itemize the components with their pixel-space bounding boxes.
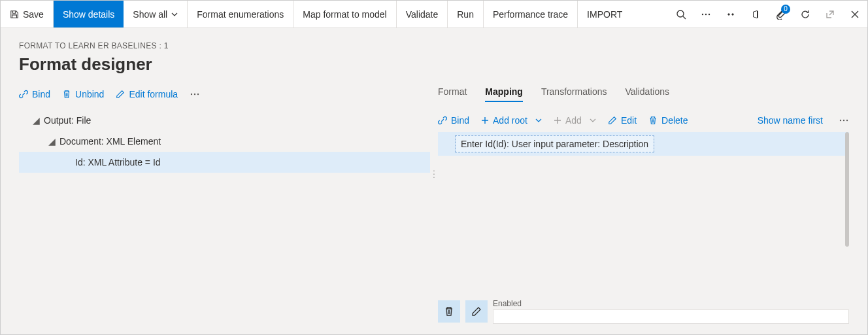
chevron-down-icon xyxy=(535,117,542,124)
edit-formula-button[interactable]: Edit formula xyxy=(116,89,178,99)
unbind-label: Unbind xyxy=(75,89,104,99)
breadcrumb: FORMAT TO LEARN ER BASELINES : 1 xyxy=(19,41,849,50)
svg-point-1 xyxy=(702,13,703,14)
import-button[interactable]: IMPORT xyxy=(578,1,631,27)
right-tabs: Format Mapping Transformations Validatio… xyxy=(438,86,849,106)
add-button: Add xyxy=(554,115,596,126)
office-icon xyxy=(750,9,761,20)
add-root-label: Add root xyxy=(493,115,527,126)
tab-transformations[interactable]: Transformations xyxy=(541,86,607,102)
edit-label: Edit xyxy=(621,115,637,126)
chevron-down-icon xyxy=(171,11,178,18)
plus-icon xyxy=(554,116,561,124)
right-more-button[interactable] xyxy=(839,115,849,126)
svg-point-0 xyxy=(677,10,684,17)
bind-button[interactable]: Bind xyxy=(19,89,50,99)
performance-trace-button[interactable]: Performance trace xyxy=(484,1,578,27)
edit-formula-label: Edit formula xyxy=(129,89,178,99)
left-more-button[interactable] xyxy=(190,89,200,99)
chevron-down-icon xyxy=(590,117,596,124)
caret-icon: ◢ xyxy=(32,115,40,126)
svg-point-8 xyxy=(843,120,844,121)
bottom-panel: Enabled xyxy=(438,299,849,324)
map-format-label: Map format to model xyxy=(303,9,386,20)
enabled-input[interactable] xyxy=(493,309,849,324)
show-all-button[interactable]: Show all xyxy=(124,1,188,27)
edit-button[interactable]: Edit xyxy=(608,115,637,126)
mapping-bind-label: Bind xyxy=(451,115,469,126)
validate-button[interactable]: Validate xyxy=(397,1,448,27)
delete-button[interactable]: Delete xyxy=(648,115,688,126)
map-format-button[interactable]: Map format to model xyxy=(293,1,396,27)
tree-label: Id: XML Attribute = Id xyxy=(75,157,161,168)
svg-point-4 xyxy=(191,94,192,95)
run-button[interactable]: Run xyxy=(448,1,484,27)
refresh-icon xyxy=(800,9,810,20)
mapping-row-label: Enter Id(Id): User input parameter: Desc… xyxy=(455,135,654,152)
scrollbar[interactable] xyxy=(845,132,849,247)
right-column: ··· Format Mapping Transformations Valid… xyxy=(438,86,849,334)
save-icon xyxy=(10,10,19,19)
svg-point-5 xyxy=(194,94,195,95)
mapping-bind-button[interactable]: Bind xyxy=(438,115,469,126)
validate-label: Validate xyxy=(406,9,439,20)
app-root: Save Show details Show all Format enumer… xyxy=(0,0,868,335)
save-button[interactable]: Save xyxy=(1,1,54,27)
tab-validations[interactable]: Validations xyxy=(626,86,669,102)
main-area: FORMAT TO LEARN ER BASELINES : 1 Format … xyxy=(1,28,867,334)
svg-point-3 xyxy=(709,13,710,14)
more-icon xyxy=(839,115,849,126)
tab-mapping[interactable]: Mapping xyxy=(485,86,523,102)
tab-format[interactable]: Format xyxy=(438,86,467,102)
tree-row-document[interactable]: ◢ Document: XML Element xyxy=(19,131,430,152)
refresh-button[interactable] xyxy=(793,1,818,28)
run-label: Run xyxy=(457,9,474,20)
bottom-edit-button[interactable] xyxy=(465,300,488,323)
format-enumerations-button[interactable]: Format enumerations xyxy=(188,1,293,27)
bind-label: Bind xyxy=(32,89,50,99)
attachments-badge: 0 xyxy=(781,5,790,14)
unbind-button[interactable]: Unbind xyxy=(62,89,104,99)
trash-icon xyxy=(444,306,454,317)
caret-icon: ◢ xyxy=(48,136,56,147)
more-icon xyxy=(190,89,200,99)
connector-button[interactable] xyxy=(718,1,743,28)
left-action-row: Bind Unbind Edit formula xyxy=(19,86,430,106)
format-enumerations-label: Format enumerations xyxy=(197,9,284,20)
show-all-label: Show all xyxy=(133,9,167,20)
plus-icon xyxy=(481,116,489,124)
right-action-row: Bind Add root Add Edit xyxy=(438,106,849,132)
popout-icon xyxy=(825,9,835,20)
link-icon xyxy=(438,116,447,125)
tree-label: Document: XML Element xyxy=(59,136,161,147)
add-root-button[interactable]: Add root xyxy=(481,115,542,126)
popout-button[interactable] xyxy=(818,1,843,28)
office-button[interactable] xyxy=(743,1,768,28)
splitter-handle[interactable]: ··· xyxy=(433,169,435,179)
close-button[interactable] xyxy=(843,1,867,28)
show-name-first-toggle[interactable]: Show name first xyxy=(758,115,823,126)
left-column: Bind Unbind Edit formula xyxy=(19,86,430,334)
mapping-row[interactable]: Enter Id(Id): User input parameter: Desc… xyxy=(438,132,849,156)
bottom-delete-button[interactable] xyxy=(438,300,460,323)
search-icon xyxy=(676,9,686,20)
tree-row-id[interactable]: Id: XML Attribute = Id xyxy=(19,152,430,173)
tree-label: Output: File xyxy=(44,115,91,126)
pencil-icon xyxy=(116,90,125,99)
mapping-list: Enter Id(Id): User input parameter: Desc… xyxy=(438,132,849,156)
connector-icon xyxy=(726,9,736,20)
topbar: Save Show details Show all Format enumer… xyxy=(1,1,867,28)
performance-trace-label: Performance trace xyxy=(493,9,568,20)
show-details-button[interactable]: Show details xyxy=(54,1,124,27)
svg-point-7 xyxy=(840,120,841,121)
topbar-right-icons: 0 xyxy=(669,1,867,27)
tree-row-output[interactable]: ◢ Output: File xyxy=(19,110,430,131)
search-button[interactable] xyxy=(669,1,693,28)
attachments-button[interactable]: 0 xyxy=(768,1,793,28)
more-button[interactable] xyxy=(693,1,718,28)
svg-point-2 xyxy=(705,13,707,14)
show-details-label: Show details xyxy=(63,9,114,20)
trash-icon xyxy=(62,90,71,99)
page-title: Format designer xyxy=(19,54,849,75)
columns: Bind Unbind Edit formula xyxy=(19,86,849,334)
